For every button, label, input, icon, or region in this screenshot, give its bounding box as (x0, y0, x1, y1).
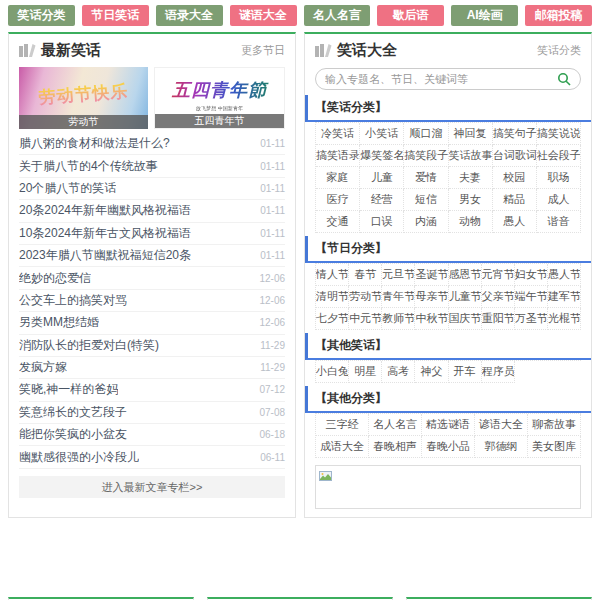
category-tag[interactable]: 医疗 (316, 189, 360, 211)
other-joke-tag[interactable]: 神父 (415, 361, 448, 383)
youth-day-banner[interactable]: 五四青年節 放飞梦想 中国新青年 五四青年节 (154, 67, 285, 129)
article-row[interactable]: 20条2024年新年幽默风格祝福语 01-11 (19, 200, 285, 222)
article-row[interactable]: 公交车上的搞笑对骂 12-06 (19, 290, 285, 312)
other-category-tag[interactable]: 聊斋故事 (528, 414, 581, 436)
category-tag[interactable]: 儿童 (360, 167, 404, 189)
festival-tag[interactable]: 元宵节 (482, 264, 515, 286)
festival-tag[interactable]: 重阳节 (482, 308, 515, 330)
nav-button[interactable]: 歇后语 (377, 5, 444, 26)
article-row[interactable]: 消防队长的拒爱对白(特笑) 11-29 (19, 335, 285, 357)
other-category-tag[interactable]: 三字经 (316, 414, 369, 436)
category-tag[interactable]: 社会段子 (537, 145, 581, 167)
search-icon[interactable] (557, 72, 571, 86)
category-tag[interactable]: 口误 (360, 211, 404, 233)
other-joke-tag[interactable]: 明星 (349, 361, 382, 383)
festival-tag[interactable]: 母亲节 (415, 286, 448, 308)
category-tag[interactable]: 谐音 (537, 211, 581, 233)
festival-tag[interactable]: 端午节 (515, 286, 548, 308)
other-category-tag[interactable]: 精选谜语 (422, 414, 475, 436)
category-tag[interactable]: 搞笑段子 (404, 145, 448, 167)
category-tag[interactable]: 搞笑句子 (493, 123, 537, 145)
more-festivals-link[interactable]: 更多节日 (241, 43, 285, 58)
festival-tag[interactable]: 妇女节 (515, 264, 548, 286)
category-tag[interactable]: 顺口溜 (404, 123, 448, 145)
nav-button[interactable]: 名人名言 (304, 5, 371, 26)
category-tag[interactable]: 交通 (316, 211, 360, 233)
article-row[interactable]: 幽默感很强的小冷段儿 06-11 (19, 446, 285, 468)
other-category-tag[interactable]: 谚语大全 (475, 414, 528, 436)
festival-tag[interactable]: 光棍节 (548, 308, 581, 330)
other-category-tag[interactable]: 名人名言 (369, 414, 422, 436)
category-tag[interactable]: 神回复 (449, 123, 493, 145)
category-tag[interactable]: 夫妻 (449, 167, 493, 189)
other-category-tag[interactable]: 春晚相声 (369, 436, 422, 458)
nav-button[interactable]: 谜语大全 (230, 5, 297, 26)
festival-tag[interactable]: 愚人节 (548, 264, 581, 286)
festival-tag[interactable]: 教师节 (382, 308, 415, 330)
other-category-tag[interactable]: 成语大全 (316, 436, 369, 458)
category-tag[interactable]: 爱情 (404, 167, 448, 189)
article-row[interactable]: 能把你笑疯的小盆友 06-18 (19, 424, 285, 446)
festival-tag[interactable]: 清明节 (316, 286, 349, 308)
festival-tag[interactable]: 儿童节 (449, 286, 482, 308)
festival-tag[interactable]: 元旦节 (382, 264, 415, 286)
festival-tag[interactable]: 万圣节 (515, 308, 548, 330)
category-tag[interactable]: 成人 (537, 189, 581, 211)
category-tag[interactable]: 家庭 (316, 167, 360, 189)
festival-tag[interactable]: 建军节 (548, 286, 581, 308)
category-tag[interactable]: 小笑话 (360, 123, 404, 145)
other-joke-tag[interactable]: 高考 (382, 361, 415, 383)
article-row[interactable]: 笑晓,神一样的爸妈 07-12 (19, 379, 285, 401)
ad-image-placeholder[interactable] (315, 465, 581, 509)
article-row[interactable]: 发疯方嫁 11-29 (19, 357, 285, 379)
festival-tag[interactable]: 圣诞节 (415, 264, 448, 286)
other-category-tag[interactable]: 美女图库 (528, 436, 581, 458)
festival-tag[interactable]: 中秋节 (415, 308, 448, 330)
article-row[interactable]: 20个腊八节的笑话 01-11 (19, 178, 285, 200)
category-tag[interactable]: 台词歌词 (493, 145, 537, 167)
joke-categories-link[interactable]: 笑话分类 (537, 43, 581, 58)
category-tag[interactable]: 搞笑说说 (537, 123, 581, 145)
article-row[interactable]: 笑意绵长的文艺段子 07-08 (19, 402, 285, 424)
other-joke-tag[interactable]: 小白兔 (316, 361, 349, 383)
festival-tag[interactable]: 春节 (349, 264, 382, 286)
festival-tag[interactable]: 劳动节 (349, 286, 382, 308)
category-tag[interactable]: 精品 (493, 189, 537, 211)
category-tag[interactable]: 搞笑语录 (316, 145, 360, 167)
other-joke-tag[interactable]: 开车 (449, 361, 482, 383)
category-tag[interactable]: 校园 (493, 167, 537, 189)
category-tag[interactable]: 笑话故事 (449, 145, 493, 167)
article-row[interactable]: 关于腊八节的4个传统故事 01-11 (19, 155, 285, 177)
festival-tag[interactable]: 国庆节 (449, 308, 482, 330)
festival-tag[interactable]: 父亲节 (482, 286, 515, 308)
category-tag[interactable]: 愚人 (493, 211, 537, 233)
nav-button[interactable]: 语录大全 (156, 5, 223, 26)
article-row[interactable]: 绝妙的恋爱信 12-06 (19, 267, 285, 289)
search-input[interactable] (325, 73, 557, 85)
nav-button[interactable]: AI绘画 (451, 5, 518, 26)
other-category-tag[interactable]: 郭德纲 (475, 436, 528, 458)
festival-tag[interactable]: 中元节 (349, 308, 382, 330)
category-tag[interactable]: 爆笑签名 (360, 145, 404, 167)
festival-tag[interactable]: 情人节 (316, 264, 349, 286)
category-tag[interactable]: 动物 (449, 211, 493, 233)
category-tag[interactable]: 经营 (360, 189, 404, 211)
other-joke-tag[interactable]: 程序员 (482, 361, 515, 383)
category-tag[interactable]: 内涵 (404, 211, 448, 233)
other-category-tag[interactable]: 春晚小品 (422, 436, 475, 458)
nav-button[interactable]: 邮箱投稿 (525, 5, 592, 26)
category-tag[interactable]: 男女 (449, 189, 493, 211)
article-row[interactable]: 另类MM想结婚 12-06 (19, 312, 285, 334)
category-tag[interactable]: 短信 (404, 189, 448, 211)
article-row[interactable]: 腊八粥的食材和做法是什么? 01-11 (19, 133, 285, 155)
labor-day-banner[interactable]: 劳动节快乐 劳动节 (19, 67, 148, 129)
category-tag[interactable]: 冷笑话 (316, 123, 360, 145)
nav-button[interactable]: 笑话分类 (8, 5, 75, 26)
festival-tag[interactable]: 感恩节 (449, 264, 482, 286)
article-row[interactable]: 2023年腊八节幽默祝福短信20条 01-11 (19, 245, 285, 267)
enter-latest-articles-button[interactable]: 进入最新文章专栏>> (19, 476, 285, 498)
festival-tag[interactable]: 七夕节 (316, 308, 349, 330)
article-row[interactable]: 10条2024年新年古文风格祝福语 01-11 (19, 223, 285, 245)
festival-tag[interactable]: 青年节 (382, 286, 415, 308)
nav-button[interactable]: 节日笑话 (82, 5, 149, 26)
